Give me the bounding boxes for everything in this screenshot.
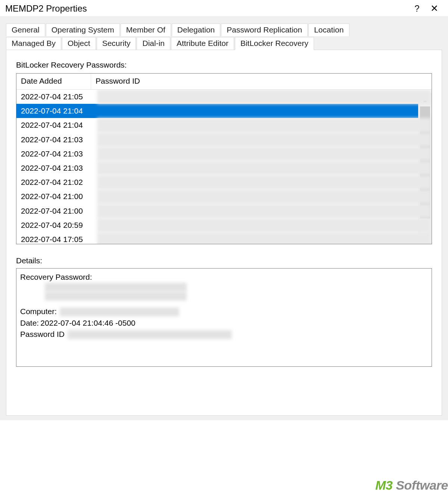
help-button[interactable]: ? <box>408 3 426 14</box>
list-cell-date: 2022-07-04 20:59 <box>21 221 96 230</box>
list-cell-password-id-redacted <box>97 204 432 218</box>
close-button[interactable]: ✕ <box>426 3 443 14</box>
list-row[interactable]: 2022-07-04 21:05 <box>16 90 432 104</box>
list-header: Date Added Password ID <box>16 74 432 90</box>
password-id-value-redacted <box>68 330 232 339</box>
list-row[interactable]: 2022-07-04 21:03 <box>16 161 432 175</box>
computer-line: Computer: <box>20 306 428 317</box>
tab-object[interactable]: Object <box>62 37 96 50</box>
date-value: 2022-07-04 21:04:46 -0500 <box>40 317 136 329</box>
tab-panel-bitlocker: BitLocker Recovery Passwords: Date Added… <box>6 50 442 416</box>
list-cell-date: 2022-07-04 21:02 <box>21 178 96 187</box>
list-body: 2022-07-04 21:052022-07-04 21:042022-07-… <box>16 90 432 244</box>
list-row[interactable]: 2022-07-04 21:00 <box>16 204 432 218</box>
list-row[interactable]: 2022-07-04 21:03 <box>16 147 432 161</box>
dialog-body: General Operating System Member Of Deleg… <box>0 16 448 420</box>
list-cell-date: 2022-07-04 21:05 <box>21 92 96 101</box>
password-id-line: Password ID <box>20 329 428 340</box>
title-bar: MEMDP2 Properties ? ✕ <box>0 0 448 16</box>
watermark-m3: M3 <box>375 478 392 492</box>
tab-password-replication[interactable]: Password Replication <box>221 24 308 36</box>
list-row[interactable]: 2022-07-04 21:00 <box>16 189 432 204</box>
recovery-password-value-2 <box>20 292 428 301</box>
recovery-password-value-1 <box>20 283 428 292</box>
list-row[interactable]: 2022-07-04 20:59 <box>16 218 432 232</box>
computer-value-redacted <box>60 307 179 316</box>
details-box: Recovery Password: Computer: Date: 2022-… <box>16 268 432 367</box>
list-cell-password-id-redacted <box>97 118 432 132</box>
list-cell-date: 2022-07-04 21:03 <box>21 149 96 158</box>
list-cell-date: 2022-07-04 17:05 <box>21 235 96 244</box>
details-label: Details: <box>16 256 432 265</box>
list-row[interactable]: 2022-07-04 21:04 <box>16 104 432 118</box>
list-row[interactable]: 2022-07-04 21:03 <box>16 133 432 147</box>
tab-bitlocker-recovery[interactable]: BitLocker Recovery <box>235 37 314 50</box>
list-cell-password-id-redacted <box>97 175 432 189</box>
column-header-password-id[interactable]: Password ID <box>91 74 432 89</box>
tab-attribute-editor[interactable]: Attribute Editor <box>171 37 234 50</box>
recovery-password-label: Recovery Password: <box>20 272 428 283</box>
list-row[interactable]: 2022-07-04 21:02 <box>16 175 432 189</box>
list-cell-password-id-redacted <box>97 147 432 161</box>
tab-location[interactable]: Location <box>308 24 349 36</box>
list-cell-password-id-redacted <box>97 189 432 204</box>
tab-member-of[interactable]: Member Of <box>121 24 171 36</box>
list-cell-date: 2022-07-04 21:00 <box>21 192 96 201</box>
tab-managed-by[interactable]: Managed By <box>6 37 61 50</box>
list-cell-password-id-redacted <box>97 232 432 244</box>
list-cell-date: 2022-07-04 21:04 <box>21 121 96 130</box>
window-title: MEMDP2 Properties <box>5 3 408 14</box>
computer-label: Computer: <box>20 306 57 317</box>
tab-row-1: General Operating System Member Of Deleg… <box>6 23 442 36</box>
list-cell-password-id-redacted <box>97 218 432 232</box>
tab-delegation[interactable]: Delegation <box>172 24 220 36</box>
watermark-logo: M3 Software <box>375 478 448 493</box>
list-cell-date: 2022-07-04 21:03 <box>21 164 96 173</box>
tab-row-2: Managed By Object Security Dial-in Attri… <box>6 36 442 50</box>
list-cell-password-id-redacted <box>97 161 432 175</box>
date-line: Date: 2022-07-04 21:04:46 -0500 <box>20 317 428 329</box>
watermark-software: Software <box>392 478 448 492</box>
tab-general[interactable]: General <box>6 24 45 36</box>
list-label: BitLocker Recovery Passwords: <box>16 61 432 69</box>
list-cell-date: 2022-07-04 21:00 <box>21 207 96 216</box>
list-cell-password-id-redacted <box>97 90 432 104</box>
tab-dial-in[interactable]: Dial-in <box>137 37 170 50</box>
column-header-date[interactable]: Date Added <box>16 74 91 89</box>
list-row[interactable]: 2022-07-04 21:04 <box>16 118 432 132</box>
tab-operating-system[interactable]: Operating System <box>46 24 120 36</box>
tab-strip: General Operating System Member Of Deleg… <box>4 23 444 416</box>
list-cell-date: 2022-07-04 21:03 <box>21 135 96 144</box>
list-row[interactable]: 2022-07-04 17:05 <box>16 232 432 244</box>
list-cell-date: 2022-07-04 21:04 <box>21 106 96 115</box>
list-cell-password-id-redacted <box>97 133 432 147</box>
tab-security[interactable]: Security <box>97 37 136 50</box>
password-id-label: Password ID <box>20 329 65 340</box>
date-label: Date: <box>20 317 39 329</box>
recovery-passwords-list[interactable]: Date Added Password ID 2022-07-04 21:052… <box>16 73 432 244</box>
